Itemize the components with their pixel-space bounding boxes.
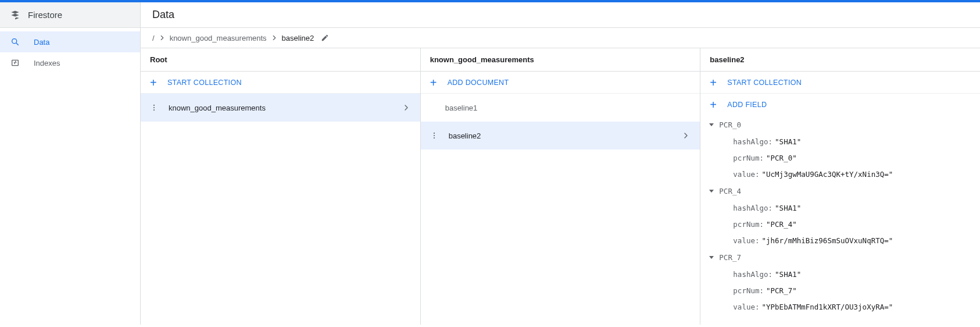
field-kv[interactable]: pcrNum"PCR_7" xyxy=(700,282,980,298)
root-list: known_good_measurements xyxy=(141,94,420,122)
search-icon xyxy=(10,37,22,47)
breadcrumb-document[interactable]: baseline2 xyxy=(278,34,318,42)
field-value: "YPbEbATMmFnd1kXRT/OU3joXyRA=" xyxy=(762,303,893,311)
indexes-icon xyxy=(10,58,22,67)
field-kv[interactable]: hashAlgo"SHA1" xyxy=(700,200,980,216)
data-columns: Root + START COLLECTION known_good_measu… xyxy=(141,48,980,325)
more-vert-icon[interactable] xyxy=(430,131,438,140)
breadcrumb-root[interactable]: / xyxy=(152,34,158,42)
field-key: value xyxy=(733,170,761,179)
collection-item[interactable]: known_good_measurements xyxy=(141,94,420,122)
field-object-name: PCR_4 xyxy=(719,187,741,196)
action-label: ADD DOCUMENT xyxy=(448,79,509,87)
sidebar-item-label: Indexes xyxy=(34,59,60,67)
column-header-root: Root xyxy=(141,48,420,72)
plus-icon: + xyxy=(710,77,717,88)
list-item-label: known_good_measurements xyxy=(169,104,266,112)
sidebar-item-data[interactable]: Data xyxy=(0,31,140,52)
field-kv[interactable]: value"UcMj3gwMaU9GAc3QK+tY/xNin3Q=" xyxy=(700,166,980,182)
document-list: baseline1 baseline2 xyxy=(421,94,700,150)
field-value: "jh6r/mMhiBiz96SmSuOVxuNqRTQ=" xyxy=(762,236,893,245)
field-key: hashAlgo xyxy=(733,137,775,146)
field-object-name: PCR_0 xyxy=(719,120,741,129)
page-title: Data xyxy=(141,2,980,28)
field-key: hashAlgo xyxy=(733,270,775,279)
firestore-logo-icon xyxy=(9,9,28,21)
page-title-text: Data xyxy=(152,9,174,21)
svg-point-3 xyxy=(153,107,155,108)
plus-icon: + xyxy=(150,77,157,88)
triangle-down-icon xyxy=(709,254,719,260)
field-key: pcrNum xyxy=(733,220,766,229)
svg-point-2 xyxy=(153,105,155,106)
chevron-right-icon xyxy=(270,34,278,42)
column-header-collection: known_good_measurements xyxy=(421,48,700,72)
action-label: ADD FIELD xyxy=(727,101,767,109)
field-kv[interactable]: pcrNum"PCR_4" xyxy=(700,216,980,232)
field-value: "PCR_0" xyxy=(766,154,797,162)
document-item[interactable]: baseline1 xyxy=(421,94,700,122)
start-collection-button[interactable]: + START COLLECTION xyxy=(141,72,420,94)
list-item-label: baseline1 xyxy=(445,104,478,112)
chevron-right-icon xyxy=(681,131,691,140)
breadcrumb-collection[interactable]: known_good_measurements xyxy=(166,34,270,42)
chevron-right-icon xyxy=(158,34,166,42)
field-key: pcrNum xyxy=(733,286,766,295)
field-value: "UcMj3gwMaU9GAc3QK+tY/xNin3Q=" xyxy=(762,170,893,179)
document-fields: PCR_0 hashAlgo"SHA1" pcrNum"PCR_0" value… xyxy=(700,116,980,315)
main: Data / known_good_measurements baseline2… xyxy=(141,2,980,325)
add-document-button[interactable]: + ADD DOCUMENT xyxy=(421,72,700,94)
field-key: hashAlgo xyxy=(733,204,775,212)
document-item[interactable]: baseline2 xyxy=(421,122,700,150)
field-key: pcrNum xyxy=(733,154,766,162)
triangle-down-icon xyxy=(709,188,719,194)
field-kv[interactable]: pcrNum"PCR_0" xyxy=(700,150,980,166)
field-value: "PCR_7" xyxy=(766,286,797,295)
field-object[interactable]: PCR_7 xyxy=(700,248,980,266)
field-object-name: PCR_7 xyxy=(719,253,741,262)
sidebar-item-label: Data xyxy=(34,38,49,47)
breadcrumb: / known_good_measurements baseline2 xyxy=(141,28,980,48)
product-name: Firestore xyxy=(28,10,62,20)
list-item-label: baseline2 xyxy=(449,131,481,140)
field-value: "SHA1" xyxy=(775,204,801,212)
svg-point-5 xyxy=(434,133,435,134)
more-vert-icon[interactable] xyxy=(150,104,158,112)
field-kv[interactable]: hashAlgo"SHA1" xyxy=(700,133,980,150)
field-kv[interactable]: hashAlgo"SHA1" xyxy=(700,266,980,282)
chevron-right-icon xyxy=(402,103,411,112)
svg-point-6 xyxy=(434,135,435,136)
field-object[interactable]: PCR_4 xyxy=(700,182,980,200)
column-collection: known_good_measurements + ADD DOCUMENT b… xyxy=(421,48,701,325)
field-value: "SHA1" xyxy=(775,137,801,146)
field-object[interactable]: PCR_0 xyxy=(700,116,980,133)
sidebar: Firestore Data Indexe xyxy=(0,2,141,325)
field-value: "PCR_4" xyxy=(766,220,797,229)
plus-icon: + xyxy=(710,99,717,111)
field-key: value xyxy=(733,303,761,311)
pencil-icon[interactable] xyxy=(321,34,329,42)
column-document: baseline2 + START COLLECTION + ADD FIELD… xyxy=(700,48,980,325)
field-kv[interactable]: value"YPbEbATMmFnd1kXRT/OU3joXyRA=" xyxy=(700,298,980,315)
add-field-button[interactable]: + ADD FIELD xyxy=(700,94,980,116)
sidebar-item-indexes[interactable]: Indexes xyxy=(0,52,140,73)
column-root: Root + START COLLECTION known_good_measu… xyxy=(141,48,421,325)
action-label: START COLLECTION xyxy=(727,79,802,87)
triangle-down-icon xyxy=(709,122,719,127)
action-label: START COLLECTION xyxy=(167,79,242,87)
plus-icon: + xyxy=(430,77,437,88)
start-subcollection-button[interactable]: + START COLLECTION xyxy=(700,72,980,94)
sidebar-header: Firestore xyxy=(0,2,140,28)
field-value: "SHA1" xyxy=(775,270,801,279)
svg-point-7 xyxy=(434,137,435,138)
svg-point-4 xyxy=(153,109,155,111)
field-key: value xyxy=(733,236,761,245)
column-header-document: baseline2 xyxy=(700,48,980,72)
field-kv[interactable]: value"jh6r/mMhiBiz96SmSuOVxuNqRTQ=" xyxy=(700,232,980,248)
svg-point-0 xyxy=(12,39,17,44)
sidebar-nav: Data Indexes xyxy=(0,28,140,73)
